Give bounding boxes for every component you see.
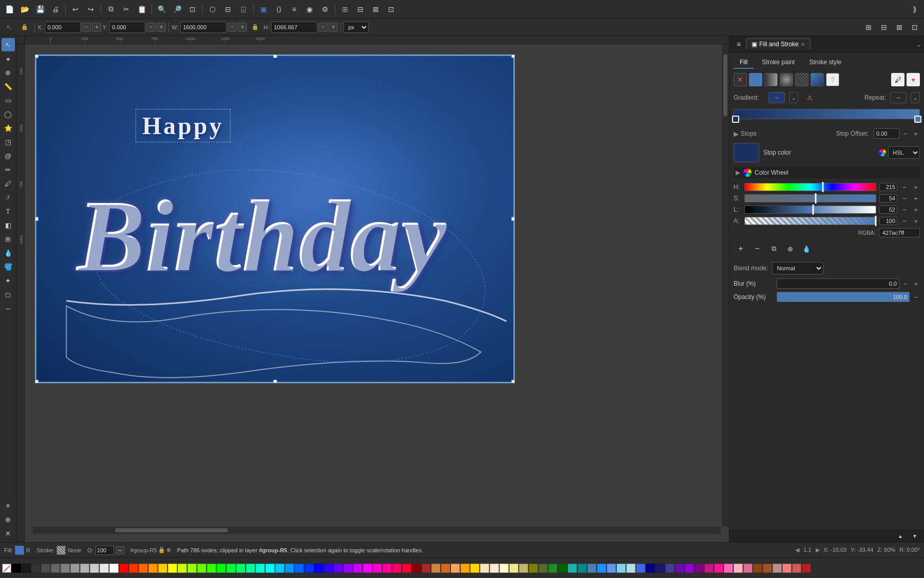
palette-swatch[interactable] — [61, 564, 70, 573]
gradient-bar[interactable] — [734, 109, 920, 119]
blur-bar[interactable]: 0.0 — [777, 278, 899, 289]
palette-swatch[interactable] — [168, 564, 177, 573]
palette-swatch[interactable] — [743, 564, 753, 573]
pen-tool-btn[interactable]: 🖊 — [2, 177, 15, 190]
s-dec[interactable]: − — [900, 194, 909, 202]
palette-swatch[interactable] — [685, 564, 694, 573]
more-btn[interactable]: ⟫ — [908, 2, 922, 16]
fill-stroke-tab[interactable]: ▣ Fill and Stroke ✕ — [746, 38, 811, 50]
snap-toggle[interactable]: ⊞ — [861, 20, 876, 34]
x-input[interactable] — [45, 22, 81, 33]
palette-swatch[interactable] — [656, 564, 665, 573]
palette-swatch[interactable] — [304, 564, 314, 573]
swatch-btn[interactable] — [811, 73, 824, 86]
edit-on-canvas-btn[interactable]: 🖊 — [891, 73, 904, 86]
stop-offset-dec[interactable]: − — [901, 129, 910, 138]
palette-swatch[interactable] — [148, 564, 158, 573]
palette-swatch[interactable] — [578, 564, 587, 573]
palette-swatch[interactable] — [558, 564, 567, 573]
palette-swatch[interactable] — [519, 564, 528, 573]
palette-swatch[interactable] — [109, 564, 119, 573]
connector-tool-btn[interactable]: ↔ — [2, 302, 15, 315]
tab-fill[interactable]: Fill — [734, 57, 754, 69]
h-dec[interactable]: − — [318, 23, 328, 32]
h-slider[interactable] — [744, 183, 876, 191]
palette-swatch[interactable] — [22, 564, 31, 573]
undo-btn[interactable]: ↩ — [68, 2, 83, 16]
palette-swatch[interactable] — [636, 564, 645, 573]
settings-btn[interactable]: ⚙ — [318, 2, 332, 16]
palette-swatch[interactable] — [704, 564, 714, 573]
layers-panel-btn[interactable]: ≡ — [2, 499, 15, 512]
a-value[interactable] — [879, 217, 897, 225]
callig-tool-btn[interactable]: ℱ — [2, 191, 15, 204]
zoom-fit-btn[interactable]: ⊡ — [185, 2, 200, 16]
palette-swatch[interactable] — [646, 564, 655, 573]
open-btn[interactable]: 📂 — [17, 2, 32, 16]
scrollbar-thumb-v[interactable] — [723, 54, 727, 116]
palette-swatch[interactable] — [51, 564, 60, 573]
palette-swatch[interactable] — [695, 564, 704, 573]
stop-offset-inc[interactable]: + — [912, 129, 920, 138]
dropper-tool-btn[interactable]: 💧 — [2, 246, 15, 259]
palette-swatch[interactable] — [100, 564, 109, 573]
flat-color-btn[interactable] — [749, 73, 762, 86]
mesh-tool-btn[interactable]: ⊞ — [2, 232, 15, 246]
palette-swatch[interactable] — [509, 564, 518, 573]
snap3-btn[interactable]: ⊠ — [369, 2, 383, 16]
palette-swatch[interactable] — [295, 564, 304, 573]
l-slider[interactable] — [744, 206, 876, 214]
layers-tab-btn[interactable]: ≡ — [732, 37, 746, 51]
palette-swatch[interactable] — [382, 564, 392, 573]
zoom-out-btn[interactable]: 🔍 — [170, 2, 184, 16]
y-input[interactable] — [109, 22, 145, 33]
l-dec[interactable]: − — [900, 206, 909, 214]
h-inc[interactable]: + — [912, 183, 920, 191]
palette-swatch[interactable] — [343, 564, 353, 573]
palette-swatch[interactable] — [538, 564, 548, 573]
layers-btn[interactable]: ≡ — [287, 2, 301, 16]
color-wheel-expand[interactable]: ▶ — [736, 169, 740, 176]
palette-swatch[interactable] — [207, 564, 216, 573]
gradient-warn-btn[interactable]: ⚠ — [802, 90, 817, 105]
tab-stroke-paint[interactable]: Stroke paint — [756, 57, 801, 69]
pencil-tool-btn[interactable]: ✏ — [2, 163, 15, 176]
palette-swatch[interactable] — [548, 564, 557, 573]
h-value[interactable] — [879, 183, 897, 191]
palette-swatch[interactable] — [490, 564, 499, 573]
rgba-input[interactable] — [879, 228, 920, 237]
palette-swatch[interactable] — [265, 564, 275, 573]
palette-swatch[interactable] — [31, 564, 41, 573]
l-value[interactable] — [879, 206, 897, 214]
palette-swatch[interactable] — [353, 564, 362, 573]
palette-swatch[interactable] — [158, 564, 167, 573]
palette-swatch[interactable] — [665, 564, 675, 573]
w-input[interactable] — [180, 22, 226, 33]
stop-offset-input[interactable] — [874, 128, 899, 139]
palette-swatch[interactable] — [187, 564, 197, 573]
palette-swatch[interactable] — [431, 564, 440, 573]
w-inc[interactable]: + — [238, 23, 247, 32]
rect-tool-btn[interactable]: ▭ — [2, 94, 15, 107]
palette-swatch[interactable] — [285, 564, 294, 573]
linear-grad-btn[interactable] — [764, 73, 778, 86]
panel-down-btn[interactable]: ▼ — [908, 529, 922, 544]
select-tool-btn[interactable]: ↖ — [2, 38, 15, 51]
palette-swatch[interactable] — [802, 564, 811, 573]
link-stop-btn[interactable]: ⊕ — [783, 241, 797, 256]
nodes-btn[interactable]: ⬡ — [205, 2, 220, 16]
y-inc[interactable]: + — [157, 23, 166, 32]
palette-swatch[interactable] — [275, 564, 284, 573]
heart-btn[interactable]: ♥ — [907, 73, 920, 86]
palette-swatch[interactable] — [129, 564, 138, 573]
palette-swatch[interactable] — [724, 564, 733, 573]
symbols-btn[interactable]: ◉ — [302, 2, 317, 16]
palette-swatch[interactable] — [792, 564, 801, 573]
snap-toggle2[interactable]: ⊟ — [877, 20, 891, 34]
h-dec[interactable]: − — [900, 183, 909, 191]
scrollbar-v[interactable] — [722, 44, 729, 527]
x-dec[interactable]: − — [82, 23, 91, 32]
color-model-select[interactable]: HSL RGB HSV CMYK — [888, 146, 920, 159]
palette-swatch[interactable] — [80, 564, 89, 573]
a-inc[interactable]: + — [912, 217, 920, 225]
